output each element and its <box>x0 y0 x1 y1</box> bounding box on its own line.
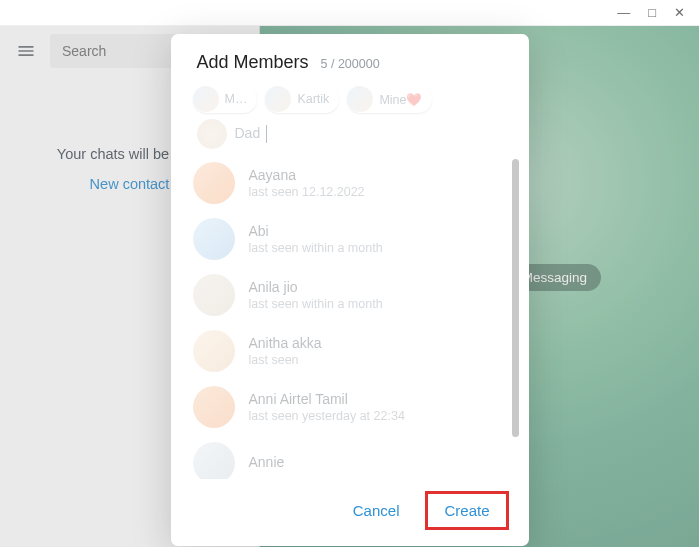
contact-avatar <box>193 386 235 428</box>
cancel-button[interactable]: Cancel <box>339 491 414 530</box>
modal-footer: Cancel Create <box>171 479 529 546</box>
contact-row[interactable]: Anitha akkalast seen <box>193 323 511 379</box>
selected-chip[interactable]: Kartik <box>265 85 339 113</box>
modal-title: Add Members <box>197 52 309 73</box>
close-icon[interactable]: ✕ <box>674 5 685 20</box>
create-highlight: Create <box>425 491 508 530</box>
contact-name: Aayana <box>249 167 365 183</box>
contact-info: Abilast seen within a month <box>249 223 383 255</box>
contact-status: last seen within a month <box>249 241 383 255</box>
contact-row[interactable]: Annie <box>193 435 511 479</box>
contact-avatar <box>193 162 235 204</box>
contact-avatar <box>193 274 235 316</box>
member-input[interactable]: Dad <box>235 125 268 143</box>
contact-row[interactable]: Anila jiolast seen within a month <box>193 267 511 323</box>
contact-name: Anni Airtel Tamil <box>249 391 405 407</box>
contact-status: last seen 12.12.2022 <box>249 185 365 199</box>
scrollbar-track <box>512 159 519 475</box>
selected-chip[interactable]: Mine❤️ <box>347 85 432 113</box>
contact-info: Annie <box>249 454 285 472</box>
chip-label: M… <box>225 92 248 106</box>
window-titlebar: — □ ✕ <box>0 0 699 26</box>
member-input-row: Dad <box>171 115 529 155</box>
contact-info: Aayanalast seen 12.12.2022 <box>249 167 365 199</box>
chip-avatar <box>265 86 291 112</box>
contact-status: last seen yesterday at 22:34 <box>249 409 405 423</box>
input-avatar <box>197 119 227 149</box>
chip-avatar <box>347 86 373 112</box>
contact-info: Anila jiolast seen within a month <box>249 279 383 311</box>
contacts-list-wrap: Aayanalast seen 12.12.2022Abilast seen w… <box>171 155 521 479</box>
contact-info: Anitha akkalast seen <box>249 335 322 367</box>
contact-name: Anila jio <box>249 279 383 295</box>
chip-label: Mine❤️ <box>379 92 422 107</box>
contact-name: Annie <box>249 454 285 470</box>
modal-overlay: Add Members 5 / 200000 M…KartikMine❤️ Da… <box>0 26 699 547</box>
contact-avatar <box>193 442 235 479</box>
create-button[interactable]: Create <box>438 498 495 523</box>
scrollbar-thumb[interactable] <box>512 159 519 437</box>
contact-info: Anni Airtel Tamillast seen yesterday at … <box>249 391 405 423</box>
add-members-modal: Add Members 5 / 200000 M…KartikMine❤️ Da… <box>171 34 529 546</box>
modal-header: Add Members 5 / 200000 <box>171 34 529 79</box>
contact-avatar <box>193 330 235 372</box>
member-count: 5 / 200000 <box>321 57 380 71</box>
minimize-icon[interactable]: — <box>617 5 630 20</box>
chip-label: Kartik <box>297 92 329 106</box>
selected-chip[interactable]: M… <box>193 85 258 113</box>
contact-name: Anitha akka <box>249 335 322 351</box>
selected-chips: M…KartikMine❤️ <box>171 79 529 115</box>
chip-avatar <box>193 86 219 112</box>
contact-name: Abi <box>249 223 383 239</box>
contact-status: last seen <box>249 353 322 367</box>
contact-row[interactable]: Anni Airtel Tamillast seen yesterday at … <box>193 379 511 435</box>
contact-avatar <box>193 218 235 260</box>
contact-status: last seen within a month <box>249 297 383 311</box>
contact-row[interactable]: Aayanalast seen 12.12.2022 <box>193 155 511 211</box>
contacts-list[interactable]: Aayanalast seen 12.12.2022Abilast seen w… <box>171 155 521 479</box>
contact-row[interactable]: Abilast seen within a month <box>193 211 511 267</box>
maximize-icon[interactable]: □ <box>648 5 656 20</box>
